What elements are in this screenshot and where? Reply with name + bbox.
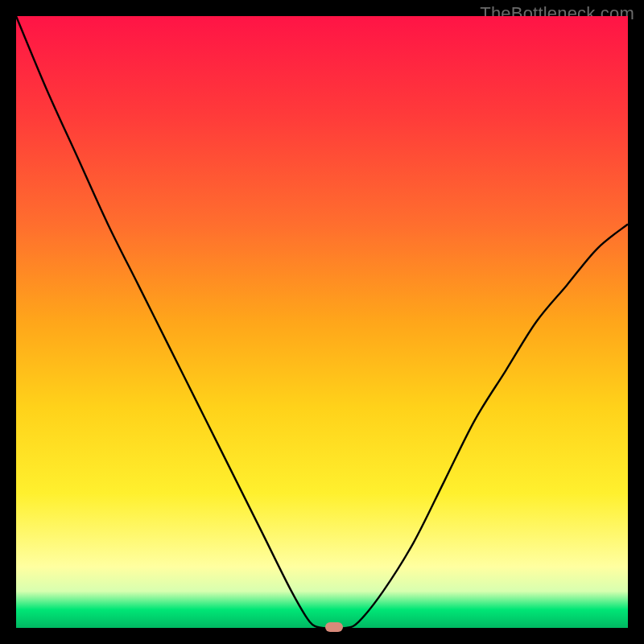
bottleneck-curve [16, 16, 628, 628]
chart-frame: TheBottleneck.com [0, 0, 644, 644]
minimum-marker [325, 622, 343, 632]
plot-area [16, 16, 628, 628]
